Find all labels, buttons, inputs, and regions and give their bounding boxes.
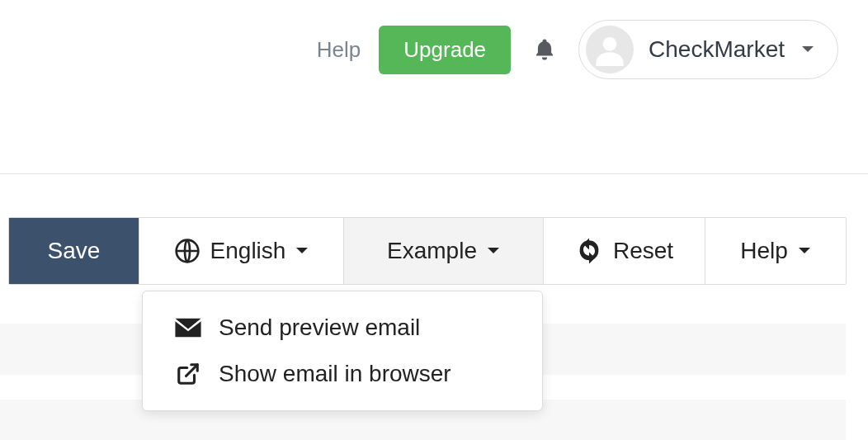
avatar xyxy=(586,26,634,73)
notifications-button[interactable] xyxy=(529,35,560,64)
envelope-icon xyxy=(174,317,202,338)
menu-item-label: Send preview email xyxy=(219,315,420,341)
svg-point-0 xyxy=(603,37,617,51)
top-header: Help Upgrade CheckMarket xyxy=(0,0,868,84)
account-menu[interactable]: CheckMarket xyxy=(578,20,838,79)
help-dropdown[interactable]: Help xyxy=(705,218,846,284)
caret-down-icon xyxy=(798,247,811,255)
example-label: Example xyxy=(387,238,477,264)
language-dropdown[interactable]: English xyxy=(139,218,344,284)
help-link[interactable]: Help xyxy=(317,37,361,63)
save-label: Save xyxy=(48,238,101,264)
show-email-in-browser-item[interactable]: Show email in browser xyxy=(143,351,542,397)
editor-toolbar: Save English Example Reset Help xyxy=(8,217,847,285)
external-link-icon xyxy=(174,362,202,386)
example-dropdown-menu: Send preview email Show email in browser xyxy=(142,291,543,411)
caret-down-icon xyxy=(801,45,814,54)
help-label: Help xyxy=(740,238,788,264)
send-preview-email-item[interactable]: Send preview email xyxy=(143,305,542,351)
language-label: English xyxy=(210,238,286,264)
save-button[interactable]: Save xyxy=(9,218,139,284)
example-dropdown[interactable]: Example xyxy=(344,218,544,284)
caret-down-icon xyxy=(487,247,500,255)
upgrade-button[interactable]: Upgrade xyxy=(379,26,511,74)
refresh-icon xyxy=(575,237,603,265)
reset-label: Reset xyxy=(613,238,673,264)
menu-item-label: Show email in browser xyxy=(219,361,451,387)
account-name: CheckMarket xyxy=(649,36,785,63)
reset-button[interactable]: Reset xyxy=(544,218,705,284)
header-divider xyxy=(0,173,868,174)
caret-down-icon xyxy=(295,247,309,255)
globe-icon xyxy=(174,238,200,264)
bell-icon xyxy=(532,35,557,64)
